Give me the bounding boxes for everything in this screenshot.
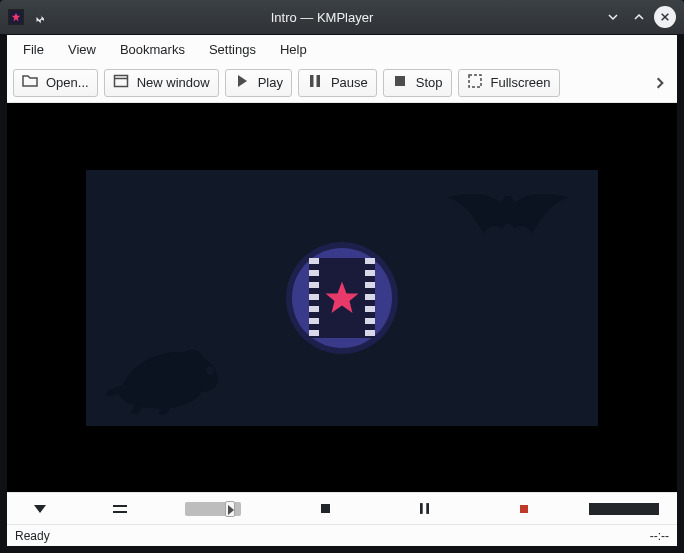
stop-label: Stop bbox=[416, 75, 443, 90]
new-window-label: New window bbox=[137, 75, 210, 90]
pin-icon[interactable] bbox=[32, 10, 46, 24]
folder-open-icon bbox=[22, 73, 38, 92]
star-icon bbox=[324, 280, 360, 316]
svg-marker-9 bbox=[326, 281, 359, 313]
record-button[interactable] bbox=[509, 499, 539, 519]
control-stop-button[interactable] bbox=[310, 499, 340, 519]
toolbar: Open... New window Play Pause bbox=[7, 63, 677, 103]
play-icon bbox=[234, 73, 250, 92]
window-icon bbox=[113, 73, 129, 92]
app-icon bbox=[8, 9, 24, 25]
playlist-button[interactable] bbox=[105, 499, 135, 519]
svg-rect-14 bbox=[321, 504, 330, 513]
open-button[interactable]: Open... bbox=[13, 69, 98, 97]
menu-help[interactable]: Help bbox=[270, 38, 317, 61]
svg-marker-13 bbox=[228, 505, 234, 515]
svg-marker-10 bbox=[34, 505, 46, 513]
seek-slider[interactable] bbox=[185, 502, 241, 516]
new-window-button[interactable]: New window bbox=[104, 69, 219, 97]
control-pause-button[interactable] bbox=[410, 499, 440, 519]
window-title: Intro — KMPlayer bbox=[46, 10, 598, 25]
svg-rect-8 bbox=[469, 75, 481, 87]
stop-button[interactable]: Stop bbox=[383, 69, 452, 97]
minimize-button[interactable] bbox=[602, 6, 624, 28]
logo-disc bbox=[292, 248, 392, 348]
toolbar-overflow-button[interactable] bbox=[649, 69, 671, 97]
status-text: Ready bbox=[15, 529, 50, 543]
client-area: File View Bookmarks Settings Help Open..… bbox=[6, 34, 678, 547]
video-area[interactable] bbox=[7, 103, 677, 492]
statusbar: Ready --:-- bbox=[7, 524, 677, 546]
bat-silhouette-icon bbox=[448, 190, 568, 250]
fullscreen-icon bbox=[467, 73, 483, 92]
popup-menu-button[interactable] bbox=[25, 499, 55, 519]
volume-slider[interactable] bbox=[589, 503, 659, 515]
fullscreen-label: Fullscreen bbox=[491, 75, 551, 90]
maximize-button[interactable] bbox=[628, 6, 650, 28]
record-icon bbox=[520, 505, 528, 513]
svg-marker-4 bbox=[238, 75, 247, 87]
svg-rect-7 bbox=[395, 76, 405, 86]
open-label: Open... bbox=[46, 75, 89, 90]
menu-bookmarks[interactable]: Bookmarks bbox=[110, 38, 195, 61]
menu-view[interactable]: View bbox=[58, 38, 106, 61]
close-button[interactable] bbox=[654, 6, 676, 28]
time-display: --:-- bbox=[650, 529, 669, 543]
svg-rect-6 bbox=[316, 75, 320, 87]
menu-settings[interactable]: Settings bbox=[199, 38, 266, 61]
svg-rect-5 bbox=[310, 75, 314, 87]
rat-silhouette-icon bbox=[106, 338, 236, 416]
stop-icon bbox=[392, 73, 408, 92]
menu-file[interactable]: File bbox=[13, 38, 54, 61]
app-window: Intro — KMPlayer File View Bookmarks Set… bbox=[0, 0, 684, 553]
svg-rect-2 bbox=[114, 76, 127, 87]
play-button[interactable]: Play bbox=[225, 69, 292, 97]
pause-button[interactable]: Pause bbox=[298, 69, 377, 97]
pause-label: Pause bbox=[331, 75, 368, 90]
fullscreen-button[interactable]: Fullscreen bbox=[458, 69, 560, 97]
titlebar[interactable]: Intro — KMPlayer bbox=[0, 0, 684, 34]
pause-icon bbox=[307, 73, 323, 92]
play-label: Play bbox=[258, 75, 283, 90]
intro-splash bbox=[86, 170, 598, 426]
seek-thumb[interactable] bbox=[225, 501, 235, 517]
svg-rect-16 bbox=[426, 503, 429, 514]
filmstrip-icon bbox=[309, 258, 375, 338]
menubar: File View Bookmarks Settings Help bbox=[7, 35, 677, 63]
svg-rect-15 bbox=[420, 503, 423, 514]
playback-controls bbox=[7, 492, 677, 524]
